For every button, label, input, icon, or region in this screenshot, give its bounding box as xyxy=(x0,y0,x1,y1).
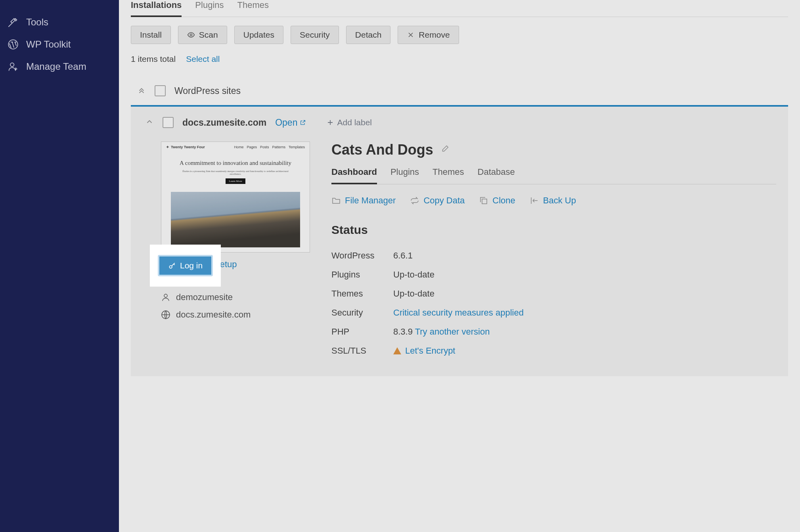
items-total: 1 items total xyxy=(131,54,176,64)
status-php-label: PHP xyxy=(331,327,393,337)
key-icon xyxy=(168,262,176,270)
status-plugins-value: Up-to-date xyxy=(393,270,434,280)
scan-button[interactable]: Scan xyxy=(178,26,227,44)
backup-icon xyxy=(530,196,539,205)
warning-icon xyxy=(393,347,401,354)
select-all-link[interactable]: Select all xyxy=(186,54,220,64)
site-host: docs.zumesite.com xyxy=(176,310,251,320)
status-ssl-link[interactable]: Let's Encrypt xyxy=(405,346,455,356)
copy-icon xyxy=(479,196,488,205)
sidebar-item-manage-team[interactable]: Manage Team xyxy=(0,55,119,78)
svg-point-1 xyxy=(10,63,14,67)
status-grid: WordPress6.6.1 PluginsUp-to-date ThemesU… xyxy=(331,246,776,360)
site-checkbox[interactable] xyxy=(163,117,174,128)
user-icon xyxy=(161,293,170,302)
site-user: demozumesite xyxy=(176,292,233,302)
preview-image xyxy=(171,192,300,247)
status-themes-label: Themes xyxy=(331,289,393,299)
site-sub-tabs: Dashboard Plugins Themes Database xyxy=(331,167,776,184)
sidebar-item-tools[interactable]: Tools xyxy=(0,11,119,33)
preview-theme-name: ✦ Twenty Twenty Four xyxy=(166,145,205,149)
status-wordpress-label: WordPress xyxy=(331,251,393,261)
plus-icon xyxy=(327,119,334,126)
wrench-icon xyxy=(7,16,19,28)
tab-installations[interactable]: Installations xyxy=(131,0,182,17)
backup-link[interactable]: Back Up xyxy=(530,195,576,206)
install-button[interactable]: Install xyxy=(131,26,171,44)
add-label-button[interactable]: Add label xyxy=(327,118,372,127)
team-icon xyxy=(7,61,19,73)
detach-button[interactable]: Detach xyxy=(346,26,391,44)
svg-point-3 xyxy=(164,294,167,297)
preview-hero-sub: Études is a pioneering firm that seamles… xyxy=(177,170,294,175)
copy-data-link[interactable]: Copy Data xyxy=(410,195,465,206)
chevron-up-icon[interactable] xyxy=(145,117,154,128)
site-title: Cats And Dogs xyxy=(331,142,433,158)
status-security-label: Security xyxy=(331,308,393,318)
remove-button[interactable]: Remove xyxy=(398,26,459,44)
globe-icon xyxy=(161,310,170,320)
folder-icon xyxy=(331,196,341,205)
sidebar-item-label: Manage Team xyxy=(26,61,86,72)
external-link-icon xyxy=(300,119,306,126)
group-checkbox[interactable] xyxy=(155,85,166,96)
status-ssl-label: SSL/TLS xyxy=(331,346,393,356)
sidebar-item-label: WP Toolkit xyxy=(26,39,71,50)
status-security-link[interactable]: Critical security measures applied xyxy=(393,308,524,318)
svg-rect-5 xyxy=(482,199,487,204)
tab-themes[interactable]: Themes xyxy=(237,0,269,17)
edit-title-button[interactable] xyxy=(440,145,449,155)
preview-hero-title: A commitment to innovation and sustainab… xyxy=(177,159,294,167)
status-php-link[interactable]: Try another version xyxy=(415,327,490,337)
site-right-column: Cats And Dogs Dashboard Plugins Themes D… xyxy=(331,142,776,360)
sub-tab-dashboard[interactable]: Dashboard xyxy=(331,167,377,184)
main-tabs: Installations Plugins Themes xyxy=(131,0,788,17)
sub-tab-plugins[interactable]: Plugins xyxy=(390,167,419,184)
file-manager-link[interactable]: File Manager xyxy=(331,195,396,206)
collapse-all-icon[interactable] xyxy=(137,86,146,96)
login-button[interactable]: Log in xyxy=(158,255,213,276)
group-title: WordPress sites xyxy=(174,86,241,96)
site-user-row: demozumesite xyxy=(161,292,312,302)
site-domain: docs.zumesite.com xyxy=(182,117,266,128)
site-host-row: docs.zumesite.com xyxy=(161,310,312,320)
eye-icon xyxy=(187,31,195,39)
group-header: WordPress sites xyxy=(131,85,788,105)
status-php-value: 8.3.9 xyxy=(393,327,415,337)
site-action-links: File Manager Copy Data Clone Back U xyxy=(331,195,776,206)
security-button[interactable]: Security xyxy=(291,26,339,44)
sub-tab-themes[interactable]: Themes xyxy=(433,167,464,184)
site-preview-thumbnail[interactable]: ✦ Twenty Twenty Four HomePagesPostsPatte… xyxy=(161,142,310,253)
sidebar: Tools WP Toolkit Manage Team xyxy=(0,0,119,532)
status-themes-value: Up-to-date xyxy=(393,289,434,299)
preview-nav: HomePagesPostsPatternsTemplates xyxy=(234,145,305,149)
sub-tab-database[interactable]: Database xyxy=(478,167,515,184)
updates-button[interactable]: Updates xyxy=(234,26,283,44)
open-site-link[interactable]: Open xyxy=(275,117,306,128)
status-heading: Status xyxy=(331,223,776,237)
svg-point-6 xyxy=(169,266,172,268)
toolbar: Install Scan Updates Security Detach Rem… xyxy=(131,26,788,44)
sidebar-item-wp-toolkit[interactable]: WP Toolkit xyxy=(0,33,119,55)
site-card: docs.zumesite.com Open Add label ✦ Twent… xyxy=(131,105,788,376)
status-plugins-label: Plugins xyxy=(331,270,393,280)
wordpress-icon xyxy=(7,38,19,50)
site-header: docs.zumesite.com Open Add label xyxy=(131,107,788,138)
sync-icon xyxy=(410,196,419,205)
preview-cta: Learn More xyxy=(226,178,245,184)
clone-link[interactable]: Clone xyxy=(479,195,515,206)
login-highlight: Log in xyxy=(150,245,221,287)
svg-point-2 xyxy=(190,34,192,36)
items-summary: 1 items total Select all xyxy=(131,54,788,64)
status-wordpress-value: 6.6.1 xyxy=(393,251,413,261)
x-icon xyxy=(407,31,415,39)
tab-plugins[interactable]: Plugins xyxy=(195,0,224,17)
sidebar-item-label: Tools xyxy=(26,17,48,28)
